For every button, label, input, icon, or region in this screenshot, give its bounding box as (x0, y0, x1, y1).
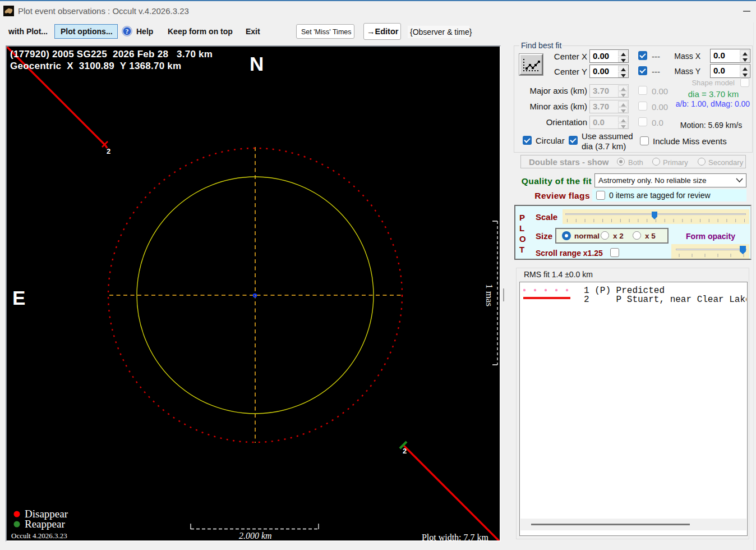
svg-text:?: ? (126, 27, 129, 35)
